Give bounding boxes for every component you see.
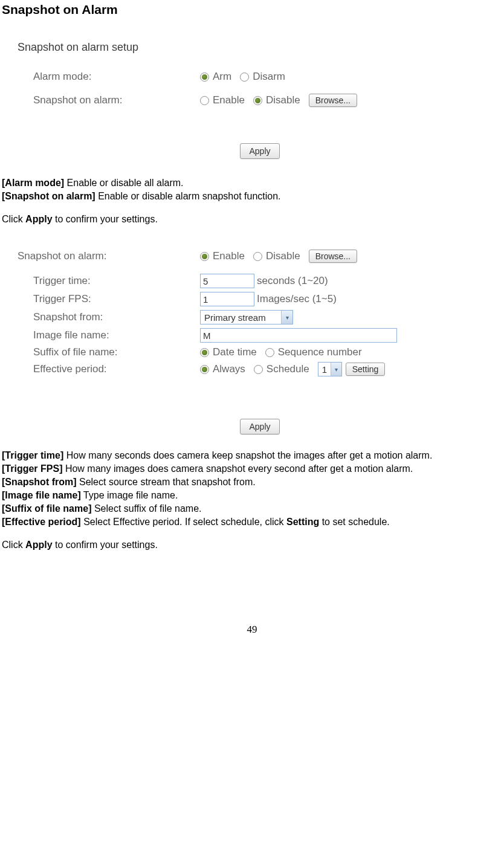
radio-disable[interactable]: Disable [253, 94, 300, 106]
radio-icon [200, 365, 209, 374]
image-file-name-input[interactable] [200, 328, 397, 343]
radio-schedule[interactable]: Schedule [254, 363, 309, 375]
text: to confirm your settings. [53, 214, 158, 224]
radio-enable[interactable]: Enable [200, 94, 245, 106]
setup-panel-1: Snapshot on alarm setup Alarm mode: Arm … [18, 41, 502, 159]
radio-icon [253, 252, 262, 261]
text: Click [2, 214, 25, 224]
radio-icon [200, 96, 209, 105]
page-title: Snapshot on Alarm [2, 2, 502, 17]
select-value: 1 [318, 364, 331, 375]
chevron-down-icon: ▾ [331, 363, 341, 376]
text: Select Effective period. If select sched… [81, 517, 286, 527]
apply-button[interactable]: Apply [240, 419, 279, 434]
row-suffix: Suffix of file name: Date time Sequence … [18, 346, 502, 358]
row-snapshot-on-alarm: Snapshot on alarm: Enable Disable Browse… [18, 94, 502, 107]
radio-always[interactable]: Always [200, 363, 245, 375]
text: Select source stream that snapshot from. [77, 477, 256, 487]
radio-enable[interactable]: Enable [200, 250, 245, 262]
apply-button[interactable]: Apply [240, 143, 279, 159]
radio-label: Date time [213, 346, 257, 358]
term-snapshot-on-alarm: [Snapshot on alarm] [2, 191, 95, 201]
radio-icon [265, 348, 274, 357]
radio-icon [200, 73, 209, 82]
row-alarm-mode: Alarm mode: Arm Disarm [18, 71, 502, 83]
row-trigger-fps: Trigger FPS: Images/sec (1~5) [18, 292, 502, 306]
radio-disarm[interactable]: Disarm [240, 71, 285, 83]
text: to set schedule. [319, 517, 390, 527]
hint-trigger-time: seconds (1~20) [257, 275, 328, 287]
term-alarm-mode: [Alarm mode] [2, 178, 64, 188]
apply-wrap: Apply [18, 419, 502, 434]
term-suffix: [Suffix of file name] [2, 503, 91, 514]
trigger-fps-input[interactable] [200, 292, 254, 306]
radio-label: Always [213, 363, 245, 375]
radio-date-time[interactable]: Date time [200, 346, 257, 358]
page-number: 49 [2, 624, 502, 636]
term-apply: Apply [25, 214, 52, 224]
row-trigger-time: Trigger time: seconds (1~20) [18, 274, 502, 288]
chevron-down-icon: ▾ [281, 311, 292, 324]
radio-arm[interactable]: Arm [200, 71, 231, 83]
hint-trigger-fps: Images/sec (1~5) [257, 293, 337, 305]
label-snapshot-from: Snapshot from: [33, 311, 200, 323]
radio-label: Enable [213, 94, 245, 106]
label-snapshot-on-alarm: Snapshot on alarm: [33, 94, 200, 106]
row-effective-period: Effective period: Always Schedule 1 ▾ Se… [18, 362, 502, 376]
row-snapshot-on-alarm-2: Snapshot on alarm: Enable Disable Browse… [18, 250, 502, 263]
term-image-file-name: [Image file name] [2, 490, 81, 500]
radio-disable[interactable]: Disable [253, 250, 300, 262]
text: Click [2, 540, 25, 550]
description-block-2: [Trigger time] How many seconds does cam… [2, 450, 502, 551]
apply-wrap: Apply [18, 143, 502, 159]
radio-icon [200, 252, 209, 261]
radio-icon [253, 96, 262, 105]
description-block-1: [Alarm mode] Enable or disable all alarm… [2, 177, 502, 225]
text: Select suffix of file name. [91, 503, 201, 514]
select-value: Primary stream [201, 312, 281, 323]
text: How many seconds does camera keep snapsh… [63, 450, 432, 460]
browse-button[interactable]: Browse... [309, 94, 357, 107]
term-effective-period: [Effective period] [2, 517, 81, 527]
setting-button[interactable]: Setting [346, 363, 386, 376]
text: Enable or disable all alarm. [64, 178, 183, 188]
row-snapshot-from: Snapshot from: Primary stream ▾ [18, 310, 502, 324]
radio-label: Disarm [253, 71, 285, 83]
term-apply: Apply [25, 540, 52, 550]
setup-panel-2: Snapshot on alarm: Enable Disable Browse… [18, 250, 502, 434]
radio-sequence-number[interactable]: Sequence number [265, 346, 362, 358]
radio-icon [200, 348, 209, 357]
radio-label: Sequence number [278, 346, 362, 358]
term-setting: Setting [286, 517, 319, 527]
label-snapshot-on-alarm: Snapshot on alarm: [18, 250, 200, 262]
term-trigger-time: [Trigger time] [2, 450, 63, 460]
browse-button[interactable]: Browse... [309, 250, 357, 263]
radio-icon [240, 73, 249, 82]
label-effective-period: Effective period: [33, 363, 200, 375]
radio-label: Schedule [267, 363, 309, 375]
schedule-select[interactable]: 1 ▾ [318, 362, 342, 376]
text: Enable or disable alarm snapshot functio… [95, 191, 281, 201]
snapshot-from-select[interactable]: Primary stream ▾ [200, 310, 293, 324]
row-image-file-name: Image file name: [18, 328, 502, 343]
radio-label: Disable [266, 94, 300, 106]
label-alarm-mode: Alarm mode: [33, 71, 200, 83]
label-trigger-time: Trigger time: [33, 275, 200, 287]
radio-label: Disable [266, 250, 300, 262]
label-suffix: Suffix of file name: [33, 346, 200, 358]
text: How many images does camera snapshot eve… [62, 463, 413, 474]
radio-label: Arm [213, 71, 231, 83]
radio-label: Enable [213, 250, 245, 262]
trigger-time-input[interactable] [200, 274, 254, 288]
panel-header: Snapshot on alarm setup [18, 41, 502, 54]
label-trigger-fps: Trigger FPS: [33, 293, 200, 305]
label-image-file-name: Image file name: [33, 329, 200, 341]
radio-icon [254, 365, 263, 374]
term-snapshot-from: [Snapshot from] [2, 477, 77, 487]
term-trigger-fps: [Trigger FPS] [2, 463, 62, 474]
text: Type image file name. [81, 490, 178, 500]
text: to confirm your settings. [53, 540, 158, 550]
